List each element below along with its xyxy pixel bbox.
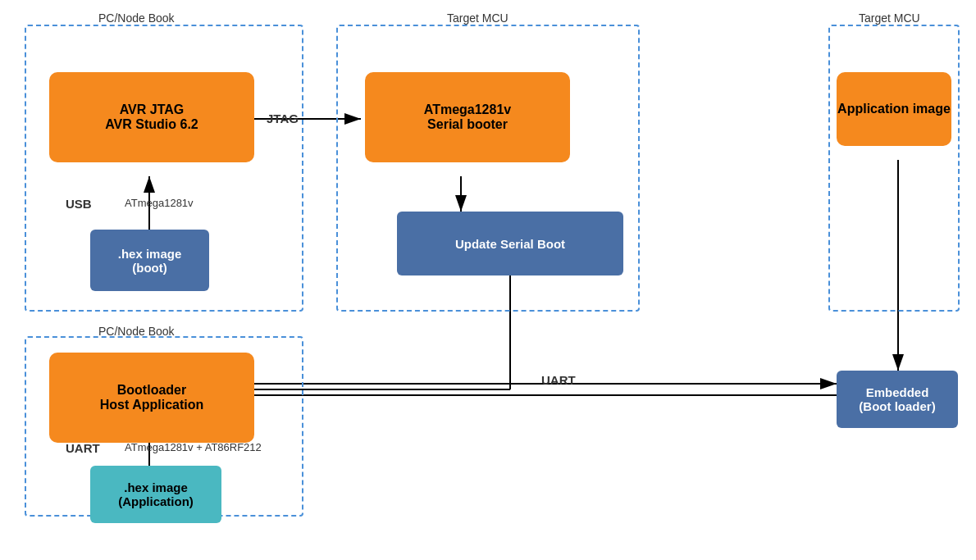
hex-image-boot-box: .hex image(boot) [90,230,209,291]
pc-node-book-2-label: PC/Node Book [98,325,175,338]
update-serial-boot-box: Update Serial Boot [397,212,623,275]
atmega-at86-label: ATmega1281v + AT86RF212 [125,441,262,453]
atmega-serial-booter-box: ATmega1281vSerial booter [365,72,570,162]
embedded-boot-loader-box: Embedded(Boot loader) [837,371,958,428]
avr-jtag-studio-box: AVR JTAGAVR Studio 6.2 [49,72,254,162]
application-image-label: Application image [837,102,951,116]
target-mcu-2-box [828,25,960,312]
target-mcu-2-label: Target MCU [859,11,920,25]
uart-2-label: UART [66,441,100,455]
diagram-container: PC/Node Book Target MCU Target MCU PC/No… [0,0,976,560]
hex-image-boot-label: .hex image(boot) [118,247,182,275]
atmega-serial-booter-label: ATmega1281vSerial booter [424,102,511,132]
jtag-label: JTAG [267,112,299,125]
avr-jtag-studio-label: AVR JTAGAVR Studio 6.2 [105,102,198,132]
pc-node-book-1-label: PC/Node Book [98,11,175,25]
bootloader-host-box: BootloaderHost Application [49,353,254,443]
uart-1-label: UART [541,373,576,387]
application-image-box: Application image [837,72,951,146]
hex-image-app-box: .hex image(Application) [90,466,221,523]
atmega1281v-1-label: ATmega1281v [125,197,194,209]
embedded-boot-loader-label: Embedded(Boot loader) [859,385,935,413]
usb-label: USB [66,197,92,211]
bootloader-host-label: BootloaderHost Application [100,383,204,412]
target-mcu-1-label: Target MCU [447,11,509,25]
update-serial-boot-label: Update Serial Boot [455,237,565,251]
hex-image-app-label: .hex image(Application) [118,480,194,508]
